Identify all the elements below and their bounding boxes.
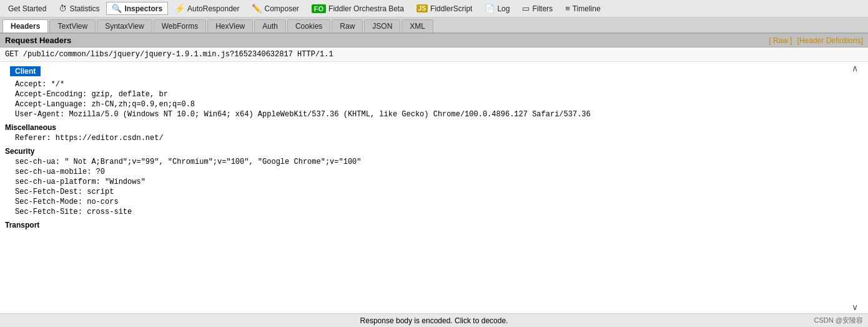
toolbar-timeline[interactable]: ≡ Timeline [560, 2, 606, 15]
filters-icon: ▭ [522, 4, 530, 13]
autoresponder-icon: ⚡ [175, 4, 185, 13]
timeline-label: Timeline [573, 4, 601, 13]
header-accept-language: Accept-Language: zh-CN,zh;q=0.9,en;q=0.8 [0, 99, 868, 109]
raw-link[interactable]: [ Raw ] [769, 36, 792, 45]
toolbar-filters[interactable]: ▭ Filters [516, 2, 558, 15]
tab-xml[interactable]: XML [402, 19, 433, 33]
toolbar: Get Started ⏱ Statistics 🔍 Inspectors ⚡ … [0, 0, 868, 18]
fiddlerscript-label: FiddlerScript [430, 4, 472, 13]
tab-cookies[interactable]: Cookies [287, 19, 330, 33]
toolbar-statistics[interactable]: ⏱ Statistics [53, 2, 105, 15]
scroll-up-icon: ∧ [852, 63, 858, 73]
section-transport: Transport [0, 218, 868, 232]
toolbar-fiddlerscript[interactable]: JS FiddlerScript [411, 3, 478, 15]
section-transport-header[interactable]: Transport [0, 219, 868, 231]
toolbar-inspectors[interactable]: 🔍 Inspectors [106, 2, 168, 15]
header-sec-fetch-site: Sec-Fetch-Site: cross-site [0, 207, 868, 217]
statistics-icon: ⏱ [59, 4, 67, 13]
header-referer: Referer: https://editor.csdn.net/ [0, 133, 868, 143]
request-headers-title: Request Headers [5, 36, 71, 45]
header-definitions-link[interactable]: [Header Definitions] [797, 36, 863, 45]
header-actions: [ Raw ] [Header Definitions] [769, 36, 863, 45]
tab-webforms[interactable]: WebForms [154, 19, 206, 33]
corner-label: CSDN @安陵容 [814, 316, 863, 325]
toolbar-composer[interactable]: ✏️ Composer [246, 2, 304, 15]
request-headers-bar: Request Headers [ Raw ] [Header Definiti… [0, 34, 868, 48]
log-icon: 📄 [485, 4, 495, 13]
header-sec-ch-ua-mobile: sec-ch-ua-mobile: ?0 [0, 167, 868, 177]
inspectors-label: Inspectors [124, 4, 162, 13]
tabs-row: Headers TextView SyntaxView WebForms Hex… [0, 18, 868, 34]
toolbar-get-started[interactable]: Get Started [2, 3, 52, 15]
section-miscellaneous-header[interactable]: Miscellaneous [0, 122, 868, 133]
tab-auth[interactable]: Auth [254, 19, 286, 33]
headers-scroll[interactable]: ∧ Client Accept: */* Accept-Encoding: gz… [0, 62, 868, 313]
request-line: GET /public/common/libs/jquery/jquery-1.… [0, 48, 868, 62]
section-client: Client Accept: */* Accept-Encoding: gzip… [0, 62, 868, 121]
filters-label: Filters [532, 4, 553, 13]
autoresponder-label: AutoResponder [187, 4, 239, 13]
toolbar-log[interactable]: 📄 Log [479, 2, 515, 15]
scroll-down-icon: ∨ [852, 302, 858, 312]
tab-textview[interactable]: TextView [49, 19, 96, 33]
header-accept: Accept: */* [0, 79, 868, 89]
get-started-label: Get Started [8, 4, 46, 13]
tab-json[interactable]: JSON [364, 19, 400, 33]
toolbar-fiddler-orchestra[interactable]: FO Fiddler Orchestra Beta [306, 3, 410, 15]
statusbar[interactable]: Response body is encoded. Click to decod… [0, 313, 868, 327]
section-client-header[interactable]: Client [10, 66, 41, 76]
header-user-agent: User-Agent: Mozilla/5.0 (Windows NT 10.0… [0, 109, 868, 119]
fo-badge: FO [312, 4, 326, 13]
fiddler-orchestra-label: Fiddler Orchestra Beta [328, 4, 404, 13]
header-sec-fetch-mode: Sec-Fetch-Mode: no-cors [0, 197, 868, 207]
tab-raw[interactable]: Raw [332, 19, 363, 33]
section-miscellaneous: Miscellaneous Referer: https://editor.cs… [0, 121, 868, 144]
statistics-label: Statistics [69, 4, 99, 13]
section-security-header[interactable]: Security [0, 146, 868, 157]
header-sec-ch-ua-platform: sec-ch-ua-platform: "Windows" [0, 177, 868, 187]
status-text[interactable]: Response body is encoded. Click to decod… [360, 316, 508, 325]
composer-label: Composer [264, 4, 298, 13]
fiddlerscript-icon: JS [417, 4, 428, 13]
header-sec-fetch-dest: Sec-Fetch-Dest: script [0, 187, 868, 197]
toolbar-autoresponder[interactable]: ⚡ AutoResponder [169, 2, 245, 15]
composer-icon: ✏️ [252, 4, 262, 13]
header-sec-ch-ua: sec-ch-ua: " Not A;Brand";v="99", "Chrom… [0, 157, 868, 167]
section-security: Security sec-ch-ua: " Not A;Brand";v="99… [0, 144, 868, 218]
tab-hexview[interactable]: HexView [207, 19, 253, 33]
tab-syntaxview[interactable]: SyntaxView [97, 19, 152, 33]
content-area: Request Headers [ Raw ] [Header Definiti… [0, 34, 868, 313]
log-label: Log [497, 4, 510, 13]
timeline-icon: ≡ [565, 4, 570, 13]
inspectors-icon: 🔍 [112, 4, 122, 13]
tab-headers[interactable]: Headers [2, 19, 48, 33]
header-accept-encoding: Accept-Encoding: gzip, deflate, br [0, 89, 868, 99]
